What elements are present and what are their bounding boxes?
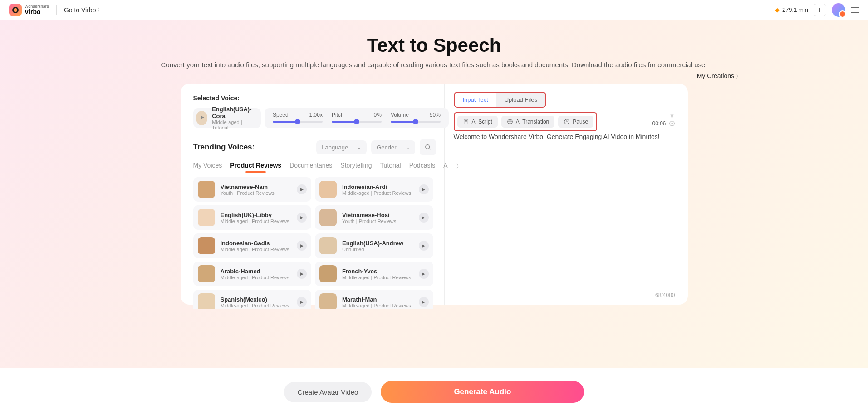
generate-audio-button[interactable]: Generate Audio <box>381 381 584 403</box>
gender-filter[interactable]: Gender⌄ <box>371 140 415 154</box>
duration-label: 00:06 <box>652 120 666 127</box>
voice-avatar <box>198 181 215 198</box>
voice-item[interactable]: Spanish(Mexico)Middle-aged | Product Rev… <box>193 290 312 309</box>
play-button[interactable]: ▶ <box>297 297 307 307</box>
user-avatar[interactable] <box>832 3 845 17</box>
voice-avatar <box>319 265 337 282</box>
chevron-right-icon: 〉 <box>736 74 741 79</box>
voice-tags: Middle-aged | Product Reviews <box>342 303 413 308</box>
volume-slider[interactable]: Volume50% <box>391 112 441 124</box>
logo[interactable]: Wondershare Virbo <box>9 4 49 16</box>
voice-item[interactable]: English(UK)-LibbyMiddle-aged | Product R… <box>193 205 312 230</box>
my-creations-link[interactable]: My Creations 〉 <box>697 72 741 79</box>
main-card: Selected Voice: English(USA)-Cora Middle… <box>181 84 688 305</box>
topbar: Wondershare Virbo Go to Virbo 〉 ◆ 279.1 … <box>0 0 868 20</box>
selected-voice-name: English(USA)-Cora <box>212 106 255 119</box>
search-button[interactable] <box>420 139 436 155</box>
category-tab[interactable]: Documentaries <box>289 162 332 172</box>
voice-tags: Middle-aged | Product Reviews <box>221 275 292 280</box>
category-tab[interactable]: Product Reviews <box>230 162 281 172</box>
play-button[interactable]: ▶ <box>419 269 429 279</box>
voice-tags: Middle-aged | Product Reviews <box>221 247 292 252</box>
divider <box>56 5 57 15</box>
tab-input-text[interactable]: Input Text <box>455 93 496 107</box>
search-icon <box>425 144 431 150</box>
voice-item[interactable]: Indonesian-ArdiMiddle-aged | Product Rev… <box>315 177 433 202</box>
play-button[interactable]: ▶ <box>419 184 429 194</box>
voice-tags: Middle-aged | Product Reviews <box>221 218 292 224</box>
page-title: Text to Speech <box>0 35 868 56</box>
pitch-slider[interactable]: Pitch0% <box>332 112 382 124</box>
play-button[interactable]: ▶ <box>297 269 307 279</box>
voice-avatar <box>319 293 337 309</box>
play-button[interactable]: ▶ <box>419 241 429 251</box>
play-button[interactable]: ▶ <box>297 213 307 223</box>
selected-voice-tags: Middle-aged | Tutorial <box>212 119 255 130</box>
goto-virbo-link[interactable]: Go to Virbo 〉 <box>64 6 103 14</box>
play-button[interactable]: ▶ <box>297 184 307 194</box>
voice-name: Spanish(Mexico) <box>221 296 292 303</box>
char-count: 68/4000 <box>454 292 675 305</box>
svg-point-1 <box>425 145 429 149</box>
voice-name: Vietnamese-Nam <box>221 183 292 190</box>
svg-text:?: ? <box>671 122 673 125</box>
language-filter[interactable]: Language⌄ <box>316 140 367 154</box>
brand-name: Virbo <box>25 9 49 15</box>
voice-avatar <box>198 293 215 309</box>
svg-line-2 <box>429 149 430 150</box>
voice-item[interactable]: Vietnamese-HoaiYouth | Product Reviews ▶ <box>315 205 433 230</box>
voice-name: French-Yves <box>342 268 413 275</box>
voice-name: Indonesian-Ardi <box>342 183 413 190</box>
voice-item[interactable]: Arabic-HamedMiddle-aged | Product Review… <box>193 262 312 286</box>
voice-name: Indonesian-Gadis <box>221 240 292 247</box>
text-input[interactable]: Welcome to Wondershare Virbo! Generate E… <box>454 132 675 292</box>
help-icon[interactable]: ? <box>669 120 675 127</box>
voice-avatar <box>319 209 337 226</box>
voice-item[interactable]: Indonesian-GadisMiddle-aged | Product Re… <box>193 233 312 258</box>
voice-item[interactable]: English(USA)-AndrewUnhurried ▶ <box>315 233 433 258</box>
category-tab[interactable]: Tutorial <box>380 162 401 172</box>
voice-avatar <box>196 111 208 125</box>
plus-icon: + <box>818 6 822 14</box>
voice-name: Vietnamese-Hoai <box>342 212 413 218</box>
chevron-right-icon: 〉 <box>98 6 103 13</box>
play-button[interactable]: ▶ <box>419 213 429 223</box>
menu-button[interactable] <box>851 7 859 13</box>
category-tab[interactable]: My Voices <box>193 162 222 172</box>
voice-name: Arabic-Hamed <box>221 268 292 275</box>
selected-voice-label: Selected Voice: <box>193 94 436 102</box>
footer: Create Avatar Video Generate Audio <box>0 368 868 416</box>
chevron-down-icon: ⌄ <box>406 144 410 150</box>
category-tab[interactable]: Podcasts <box>409 162 436 172</box>
tab-upload-files[interactable]: Upload Files <box>496 93 545 107</box>
speed-slider[interactable]: Speed1.00x <box>273 112 323 124</box>
voice-avatar <box>198 265 215 282</box>
voice-item[interactable]: French-YvesMiddle-aged | Product Reviews… <box>315 262 433 286</box>
chevron-down-icon: ⌄ <box>357 144 361 150</box>
voice-name: English(USA)-Andrew <box>342 240 413 247</box>
create-avatar-button[interactable]: Create Avatar Video <box>284 382 372 402</box>
voice-avatar <box>319 181 337 198</box>
voice-tags: Middle-aged | Product Reviews <box>342 275 413 280</box>
category-tab[interactable]: A <box>443 162 447 172</box>
category-tab[interactable]: Storytelling <box>340 162 372 172</box>
voice-item[interactable]: Marathi-ManMiddle-aged | Product Reviews… <box>315 290 433 309</box>
minutes-remaining[interactable]: ◆ 279.1 min <box>775 6 808 13</box>
diamond-icon: ◆ <box>775 6 780 13</box>
play-button[interactable]: ▶ <box>297 241 307 251</box>
pin-icon[interactable] <box>669 113 675 119</box>
voice-tags: Youth | Product Reviews <box>342 218 413 224</box>
play-button[interactable]: ▶ <box>419 297 429 307</box>
add-button[interactable]: + <box>814 4 826 16</box>
voice-tags: Middle-aged | Product Reviews <box>342 190 413 196</box>
voice-tags: Unhurried <box>342 247 413 252</box>
voice-name: Marathi-Man <box>342 296 413 303</box>
tab-scroll-right[interactable]: 〉 <box>456 163 462 171</box>
voice-item[interactable]: Vietnamese-NamYouth | Product Reviews ▶ <box>193 177 312 202</box>
page-subtitle: Convert your text into audio files, supp… <box>0 61 868 69</box>
voice-tags: Youth | Product Reviews <box>221 190 292 196</box>
trending-title: Trending Voices: <box>193 143 312 152</box>
voice-avatar <box>319 237 337 254</box>
voice-tags: Middle-aged | Product Reviews <box>221 303 292 308</box>
selected-voice-chip[interactable]: English(USA)-Cora Middle-aged | Tutorial <box>193 108 261 128</box>
